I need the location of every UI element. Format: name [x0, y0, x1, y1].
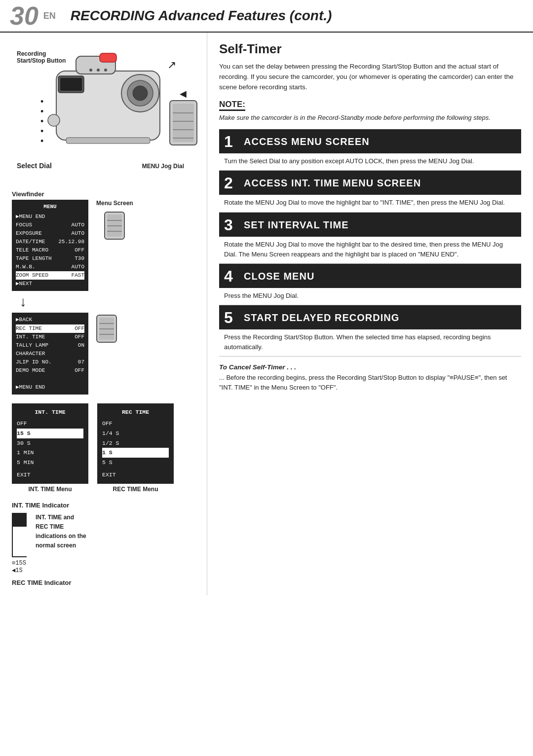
indicator-bar — [12, 513, 27, 557]
int-time-off: OFF — [17, 419, 83, 429]
indicator-values: ⊙15S ◀1S — [12, 559, 26, 574]
steps-container: 1 ACCESS MENU SCREEN Turn the Select Dia… — [219, 129, 521, 357]
select-dial-label: Select Dial — [17, 162, 52, 170]
svg-rect-7 — [60, 78, 82, 91]
rec-time-1/4s: 1/4 S — [102, 429, 169, 438]
indicator-bar-wrap: ⊙15S ◀1S — [12, 513, 27, 574]
indicator-val-2: ◀1S — [12, 567, 26, 574]
rec-time-exit: EXIT — [102, 470, 169, 480]
indicator-area: ⊙15S ◀1S INT. TIME and REC TIME indicati… — [12, 513, 199, 574]
int-time-indicator-title: INT. TIME Indicator — [12, 502, 199, 509]
second-menu-area: ▶BACK REC TIMEOFF INT. TIMEOFF TALLY LAM… — [12, 313, 199, 394]
int-time-rec-label: INT. TIME and REC TIME indications on th… — [36, 513, 86, 551]
self-timer-description: You can set the delay between pressing t… — [219, 62, 521, 93]
menu-box-2: ▶BACK REC TIMEOFF INT. TIMEOFF TALLY LAM… — [12, 313, 88, 394]
step-4-number: 4 — [224, 267, 239, 286]
note-label: NOTE: — [219, 100, 245, 111]
menu1-row-5: TAPE LENGTHT30 — [16, 254, 84, 263]
step-3-body: Rotate the MENU Jog Dial to move the hig… — [219, 237, 521, 264]
step-1-number: 1 — [224, 133, 239, 151]
menu-box-1: MENU ▶MENU END FOCUSAUTO EXPOSUREAUTO DA… — [12, 200, 88, 291]
int-time-5min: 5 MIN — [17, 458, 83, 468]
rec-time-5s: 5 S — [102, 458, 169, 468]
menu2-row-8: ▶MENU END — [16, 383, 84, 392]
svg-text:•: • — [40, 126, 43, 136]
step-2-header: 2 ACCESS INT. TIME MENU SCREEN — [219, 172, 521, 195]
to-cancel-text: ... Before the recording begins, press t… — [219, 373, 521, 393]
svg-text:•: • — [40, 97, 43, 107]
step-4-title: CLOSE MENU — [244, 271, 314, 282]
menu2-row-0: ▶BACK — [16, 316, 84, 324]
menu-screen-row: MENU ▶MENU END FOCUSAUTO EXPOSUREAUTO DA… — [12, 200, 199, 291]
svg-point-10 — [104, 69, 107, 72]
step-2-title: ACCESS INT. TIME MENU SCREEN — [244, 178, 421, 189]
menu1-row-4: TELE MACROOFF — [16, 246, 84, 254]
to-cancel-section: To Cancel Self-Timer . . . ... Before th… — [219, 363, 521, 393]
step-4-block: 4 CLOSE MENU Press the MENU Jog Dial. — [219, 264, 521, 305]
title-rest: Advanced Features (cont.) — [155, 8, 332, 23]
step-3-number: 3 — [224, 216, 239, 234]
svg-point-8 — [89, 69, 92, 72]
right-column: Self-Timer You can set the delay between… — [207, 33, 533, 595]
int-time-exit: EXIT — [17, 470, 83, 480]
indicator-fill — [13, 514, 27, 527]
menu2-row-2: INT. TIMEOFF — [16, 333, 84, 341]
step-3-block: 3 SET INTERVAL TIME Rotate the MENU Jog … — [219, 213, 521, 264]
time-menus-row: INT. TIME OFF 15 S 30 S 1 MIN 5 MIN EXIT… — [12, 403, 199, 493]
step-2-number: 2 — [224, 174, 239, 192]
rec-time-indicator-label: REC TIME Indicator — [12, 579, 199, 586]
rec-time-1/2s: 1/2 S — [102, 438, 169, 448]
int-time-caption: INT. TIME Menu — [12, 486, 88, 493]
rec-time-header: REC TIME — [102, 407, 169, 417]
rec-time-1s: 1 S — [102, 448, 169, 458]
viewfinder-label: Viewfinder — [12, 190, 199, 198]
page-header: 30 EN RECORDING Advanced Features (cont.… — [0, 0, 533, 33]
note-section: NOTE: Make sure the camcorder is in the … — [219, 100, 521, 123]
svg-text:◀: ◀ — [180, 89, 187, 99]
svg-text:•: • — [40, 116, 43, 126]
step-5-body: Press the Recording Start/Stop Button. W… — [219, 329, 521, 357]
step-1-block: 1 ACCESS MENU SCREEN Turn the Select Dia… — [219, 129, 521, 171]
small-jog-dial-2 — [94, 313, 119, 345]
menu2-row-3: TALLY LAMPON — [16, 341, 84, 350]
menu2-row-7 — [16, 375, 84, 383]
jog-dial-2 — [94, 313, 119, 345]
int-time-menu-box: INT. TIME OFF 15 S 30 S 1 MIN 5 MIN EXIT — [12, 403, 88, 484]
svg-point-11 — [48, 114, 60, 126]
menu1-header: MENU — [16, 203, 84, 211]
svg-rect-12 — [66, 138, 150, 144]
menu-screen-label: Menu Screen — [96, 200, 133, 207]
step-2-body: Rotate the MENU Jog Dial to move the hig… — [219, 195, 521, 212]
step-3-title: SET INTERVAL TIME — [244, 219, 349, 231]
step-4-body: Press the MENU Jog Dial. — [219, 288, 521, 305]
step-2-block: 2 ACCESS INT. TIME MENU SCREEN Rotate th… — [219, 171, 521, 212]
svg-rect-5 — [100, 53, 116, 62]
camera-diagram: Recording Start/Stop Button — [12, 41, 199, 184]
camera-illustration: • • • • • ↗ ◀ — [27, 41, 204, 175]
title-recording: RECORDING — [71, 8, 155, 23]
svg-point-3 — [133, 86, 148, 101]
menu1-row-8: ▶NEXT — [16, 280, 84, 288]
int-time-menu-block: INT. TIME OFF 15 S 30 S 1 MIN 5 MIN EXIT… — [12, 403, 88, 493]
svg-text:↗: ↗ — [167, 59, 176, 71]
menu1-row-0: ▶MENU END — [16, 213, 84, 221]
menu-box-1-content: MENU ▶MENU END FOCUSAUTO EXPOSUREAUTO DA… — [12, 200, 88, 291]
menu2-row-5: JLIP ID NO.07 — [16, 358, 84, 366]
arrow-down: ↓ — [20, 294, 199, 310]
menu2-row-4: CHARACTER — [16, 350, 84, 358]
svg-point-9 — [97, 69, 100, 72]
menu1-row-1: FOCUSAUTO — [16, 221, 84, 229]
int-time-header: INT. TIME — [17, 407, 83, 417]
step-5-title: START DELAYED RECORDING — [244, 312, 399, 324]
rec-time-menu-box: REC TIME OFF 1/4 S 1/2 S 1 S 5 S EXIT — [97, 403, 174, 484]
step-3-header: 3 SET INTERVAL TIME — [219, 214, 521, 237]
int-time-1min: 1 MIN — [17, 448, 83, 458]
menu1-row-6: M.W.B.AUTO — [16, 263, 84, 271]
menu1-row-3: DATE/TIME25.12.98 — [16, 238, 84, 246]
page-title: RECORDING Advanced Features (cont.) — [71, 8, 332, 24]
step-1-title: ACCESS MENU SCREEN — [244, 136, 370, 147]
step-5-block: 5 START DELAYED RECORDING Press the Reco… — [219, 305, 521, 357]
menu2-row-1: REC TIMEOFF — [16, 324, 84, 333]
menu1-row-7: ZOOM SPEEDFAST — [16, 271, 84, 280]
rec-time-off: OFF — [102, 419, 169, 429]
